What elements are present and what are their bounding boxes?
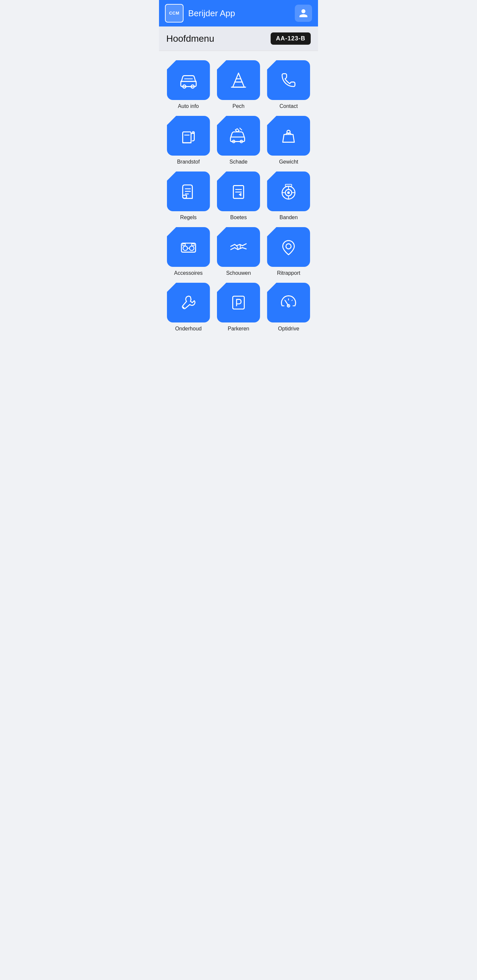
auto-info-icon-box — [167, 60, 210, 100]
app-title: Berijder App — [188, 8, 235, 19]
svg-point-35 — [190, 246, 194, 251]
menu-item-schouwen[interactable]: Schouwen — [216, 227, 260, 276]
menu-item-optidrive[interactable]: Optidrive — [266, 283, 311, 332]
menu-item-schade[interactable]: Schade — [216, 116, 260, 165]
schade-icon-box — [217, 116, 260, 156]
damage-icon — [228, 126, 249, 146]
parking-icon — [228, 292, 249, 313]
auto-info-label: Auto info — [178, 103, 199, 109]
menu-item-regels[interactable]: Regels — [166, 172, 211, 221]
app-logo: CCM — [165, 4, 183, 22]
parkeren-icon-box — [217, 283, 260, 323]
brandstof-label: Brandstof — [177, 159, 199, 165]
menu-item-onderhoud[interactable]: Onderhoud — [166, 283, 211, 332]
fine-icon — [228, 181, 249, 202]
menu-item-accessoires[interactable]: Accessoires — [166, 227, 211, 276]
traffic-cone-icon — [228, 70, 249, 91]
menu-item-auto-info[interactable]: Auto info — [166, 60, 211, 109]
regels-icon-box — [167, 172, 210, 211]
menu-item-parkeren[interactable]: Parkeren — [216, 283, 260, 332]
svg-point-17 — [287, 130, 290, 134]
svg-point-34 — [183, 246, 187, 251]
pech-icon-box — [217, 60, 260, 100]
speedometer-icon — [278, 292, 299, 313]
weight-icon — [278, 126, 299, 146]
profile-button[interactable] — [295, 5, 312, 22]
person-icon — [298, 8, 308, 18]
ritrapport-label: Ritrapport — [277, 270, 300, 276]
ritrapport-icon-box — [267, 227, 310, 267]
pech-label: Pech — [233, 103, 244, 109]
location-icon — [278, 237, 299, 257]
svg-point-27 — [287, 192, 290, 194]
optidrive-icon-box — [267, 283, 310, 323]
schade-label: Schade — [230, 159, 247, 165]
cassette-icon — [178, 237, 199, 257]
boetes-label: Boetes — [230, 215, 247, 221]
menu-item-banden[interactable]: Banden — [266, 172, 311, 221]
page-title: Hoofdmenu — [166, 33, 214, 44]
banden-icon-box — [267, 172, 310, 211]
parkeren-label: Parkeren — [228, 326, 249, 332]
svg-line-42 — [183, 307, 184, 308]
svg-marker-5 — [233, 73, 244, 88]
regels-label: Regels — [180, 215, 197, 221]
sub-header: Hoofdmenu AA-123-B — [159, 27, 318, 51]
banden-label: Banden — [279, 215, 298, 221]
phone-icon — [278, 70, 299, 91]
handshake-icon — [228, 237, 249, 257]
menu-item-boetes[interactable]: Boetes — [216, 172, 260, 221]
accessoires-label: Accessoires — [174, 270, 203, 276]
schouwen-icon-box — [217, 227, 260, 267]
maintenance-icon — [178, 292, 199, 313]
menu-item-brandstof[interactable]: Brandstof — [166, 116, 211, 165]
gewicht-label: Gewicht — [279, 159, 298, 165]
logo-text: CCM — [169, 11, 179, 16]
svg-rect-9 — [182, 132, 191, 143]
svg-rect-43 — [233, 296, 244, 309]
accessoires-icon-box — [167, 227, 210, 267]
schouwen-label: Schouwen — [226, 270, 251, 276]
scroll-icon — [178, 181, 199, 202]
menu-item-pech[interactable]: Pech — [216, 60, 260, 109]
car-icon — [178, 70, 199, 91]
tyre-icon — [278, 181, 299, 202]
onderhoud-icon-box — [167, 283, 210, 323]
gewicht-icon-box — [267, 116, 310, 156]
svg-point-41 — [286, 244, 292, 249]
menu-grid: Auto info Pech Contact — [159, 51, 318, 341]
menu-item-gewicht[interactable]: Gewicht — [266, 116, 311, 165]
menu-item-ritrapport[interactable]: Ritrapport — [266, 227, 311, 276]
header-left: CCM Berijder App — [165, 4, 235, 22]
svg-rect-39 — [182, 244, 185, 246]
fuel-icon — [178, 126, 199, 146]
svg-line-16 — [240, 128, 242, 130]
app-header: CCM Berijder App — [159, 0, 318, 27]
svg-line-49 — [285, 300, 286, 301]
boetes-icon-box — [217, 172, 260, 211]
onderhoud-label: Onderhoud — [175, 326, 202, 332]
menu-item-contact[interactable]: Contact — [266, 60, 311, 109]
svg-rect-32 — [286, 185, 292, 186]
optidrive-label: Optidrive — [278, 326, 299, 332]
svg-rect-40 — [191, 244, 194, 246]
license-plate-badge: AA-123-B — [271, 32, 311, 45]
brandstof-icon-box — [167, 116, 210, 156]
contact-icon-box — [267, 60, 310, 100]
svg-line-50 — [292, 300, 292, 301]
contact-label: Contact — [279, 103, 298, 109]
